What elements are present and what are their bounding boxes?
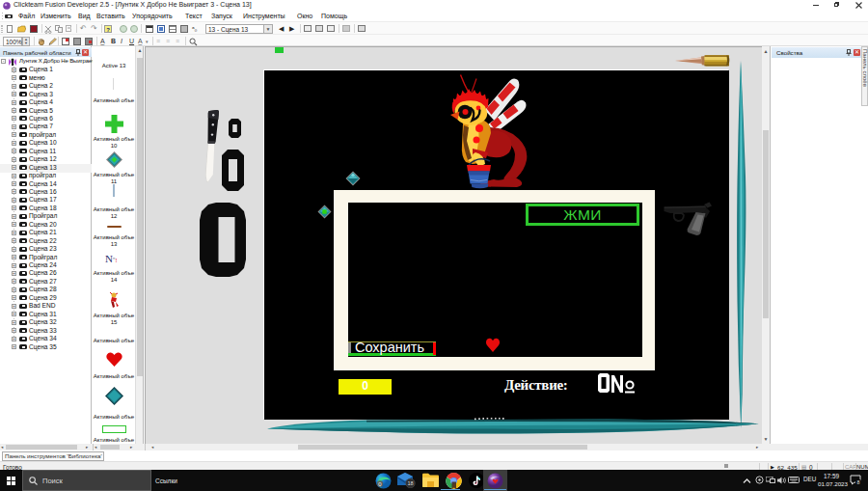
svg-text:18: 18: [407, 480, 413, 486]
svg-text:8: 8: [856, 479, 859, 485]
